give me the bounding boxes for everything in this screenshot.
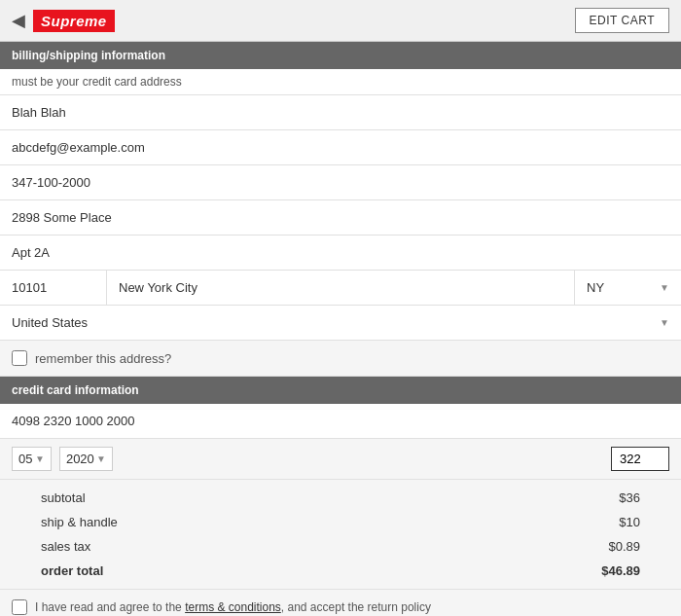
tax-row: sales tax $0.89 (12, 534, 669, 559)
top-bar: ◀ Supreme EDIT CART (0, 0, 681, 42)
address1-input[interactable] (12, 210, 669, 225)
edit-cart-button[interactable]: EDIT CART (575, 8, 669, 33)
expiry-year-field: 2020 2021 2022 2023 2024 2025 ▼ (59, 447, 113, 471)
address2-field (0, 236, 681, 271)
ship-value: $10 (619, 515, 640, 529)
expiry-month-field: 05 01 02 03 04 06 07 08 09 10 11 12 ▼ (12, 447, 52, 471)
back-arrow-icon[interactable]: ◀ (12, 10, 25, 31)
name-field (0, 95, 681, 130)
billing-form: must be your credit card address NY CA (0, 69, 681, 377)
terms-checkbox[interactable] (12, 599, 27, 615)
address2-input[interactable] (12, 245, 669, 260)
remember-label: remember this address? (35, 351, 171, 366)
supreme-logo: Supreme (33, 10, 115, 32)
year-chevron-icon: ▼ (96, 453, 106, 464)
city-input[interactable] (119, 280, 562, 295)
ship-label: ship & handle (41, 515, 118, 529)
terms-text-before: I have read and agree to the (35, 600, 185, 614)
phone-field (0, 165, 681, 200)
remember-checkbox[interactable] (12, 350, 27, 366)
subtotal-row: subtotal $36 (12, 486, 669, 510)
month-chevron-icon: ▼ (35, 453, 45, 464)
remember-address-row: remember this address? (0, 341, 681, 377)
state-chevron-icon: ▼ (660, 282, 669, 293)
top-bar-left: ◀ Supreme (12, 10, 115, 32)
zip-input[interactable] (12, 280, 94, 295)
terms-link[interactable]: terms & conditions (185, 600, 281, 614)
credit-form: 05 01 02 03 04 06 07 08 09 10 11 12 ▼ 20… (0, 404, 681, 616)
cvv-field (611, 447, 669, 471)
subtotal-value: $36 (619, 490, 640, 505)
tax-label: sales tax (41, 539, 90, 554)
state-field: NY CA TX ▼ (574, 271, 681, 305)
terms-text-after: , and accept the return policy (281, 600, 431, 614)
phone-input[interactable] (12, 175, 669, 190)
email-field (0, 130, 681, 165)
city-field (107, 271, 574, 305)
state-select[interactable]: NY CA TX (587, 280, 660, 295)
name-input[interactable] (12, 105, 669, 120)
billing-section-header: billing/shipping information (0, 42, 681, 69)
tax-value: $0.89 (608, 539, 640, 554)
cvv-input[interactable] (611, 447, 669, 471)
terms-row: I have read and agree to the terms & con… (0, 589, 681, 616)
order-total-value: $46.89 (601, 563, 640, 578)
zip-field (0, 271, 107, 305)
state-select-wrapper: NY CA TX ▼ (587, 280, 669, 295)
expiry-cvv-row: 05 01 02 03 04 06 07 08 09 10 11 12 ▼ 20… (0, 439, 681, 480)
terms-text: I have read and agree to the terms & con… (35, 600, 431, 614)
billing-hint: must be your credit card address (0, 69, 681, 95)
country-field: United States Canada United Kingdom ▼ (0, 306, 681, 341)
address1-field (0, 200, 681, 236)
country-select[interactable]: United States Canada United Kingdom (12, 315, 660, 330)
zip-city-state-row: NY CA TX ▼ (0, 271, 681, 306)
ship-row: ship & handle $10 (12, 510, 669, 534)
expiry-month-select[interactable]: 05 01 02 03 04 06 07 08 09 10 11 12 (18, 452, 33, 466)
totals-section: subtotal $36 ship & handle $10 sales tax… (0, 480, 681, 589)
subtotal-label: subtotal (41, 490, 86, 505)
order-total-row: order total $46.89 (12, 559, 669, 583)
email-input[interactable] (12, 140, 669, 155)
expiry-year-select[interactable]: 2020 2021 2022 2023 2024 2025 (66, 452, 94, 466)
country-chevron-icon: ▼ (660, 317, 669, 328)
card-number-field (0, 404, 681, 439)
order-total-label: order total (41, 563, 103, 578)
credit-section-header: credit card information (0, 377, 681, 404)
card-number-input[interactable] (12, 414, 669, 428)
